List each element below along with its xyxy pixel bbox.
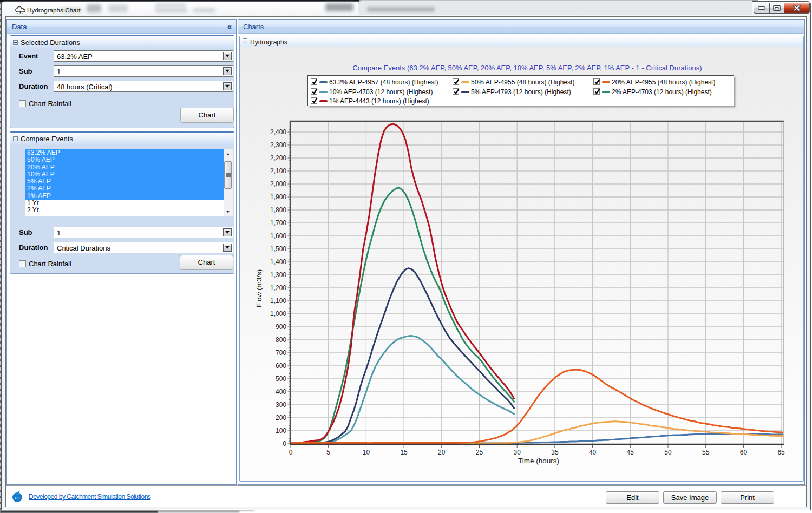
svg-text:cs: cs	[15, 495, 21, 501]
